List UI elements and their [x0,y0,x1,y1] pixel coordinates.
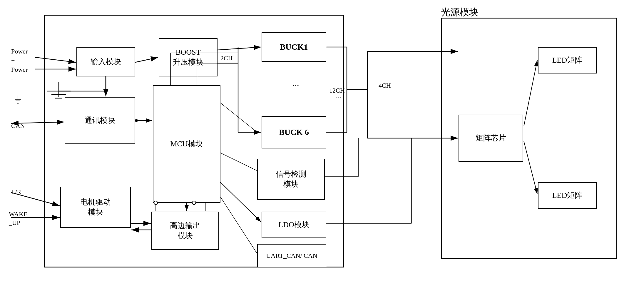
buck6-block: BUCK 6 [262,116,326,148]
uart-can-block: UART_CAN/ CAN [257,244,326,267]
diagram-container: 光源模块 Power+Power- ⏚ CAN L/R WAKE_UP 输入模块… [6,6,638,275]
signal-module-block: 信号检测模块 [257,159,325,200]
led-matrix1-block: LED矩阵 [538,47,597,73]
buck1-block: BUCK1 [262,32,326,62]
highside-module-block: 高边输出模块 [151,212,219,250]
can-label: CAN [11,122,25,130]
svg-text:4CH: 4CH [379,82,391,89]
comm-module-block: 通讯模块 [65,97,135,144]
lr-label: L/R [11,188,21,196]
led-matrix2-block: LED矩阵 [538,182,597,209]
ldo-module-block: LDO模块 [262,212,326,238]
input-module-block: 输入模块 [76,47,135,76]
motor-module-block: 电机驱动模块 [60,187,131,228]
wake-up-label: WAKE_UP [9,210,28,227]
matrix-chip-block: 矩阵芯片 [459,115,523,162]
boost-module-block: BOOST升压模块 [159,38,218,76]
mcu-module-block: MCU模块 [153,85,220,203]
power-pos-label: Power+Power- [11,47,28,83]
gnd-symbol: ⏚ [15,93,21,105]
light-source-label: 光源模块 [441,6,479,19]
